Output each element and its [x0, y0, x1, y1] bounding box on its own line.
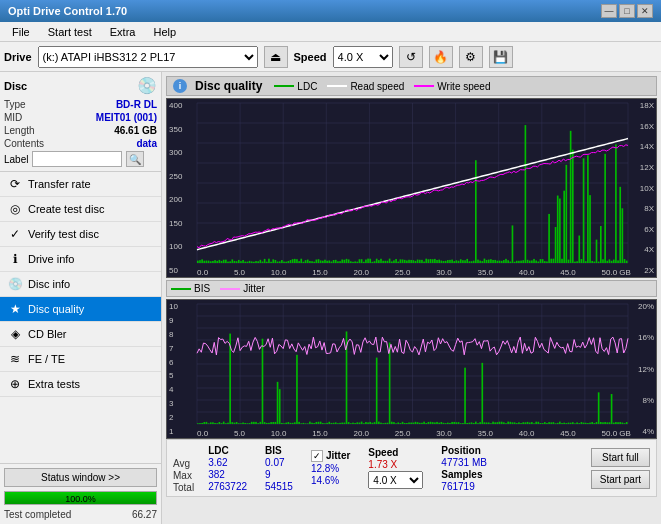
settings-button[interactable]: ⚙ [459, 46, 483, 68]
ldc-avg: 3.62 [208, 457, 247, 468]
status-window-button[interactable]: Status window >> [4, 468, 157, 487]
eject-button[interactable]: ⏏ [264, 46, 288, 68]
bis-total: 54515 [265, 481, 293, 492]
jitter-color [220, 288, 240, 290]
sidebar-item-fe-te[interactable]: ≋ FE / TE [0, 347, 161, 372]
sidebar-item-transfer-rate[interactable]: ⟳ Transfer rate [0, 172, 161, 197]
speed-select[interactable]: 4.0 X [333, 46, 393, 68]
bis-color [171, 288, 191, 290]
status-text: Test completed [4, 509, 71, 520]
disc-title: Disc [4, 80, 27, 92]
disc-header: Disc 💿 [4, 76, 157, 95]
position-stats: Position 47731 MB Samples 761719 [441, 445, 487, 492]
sidebar-item-extra-tests[interactable]: ⊕ Extra tests [0, 372, 161, 397]
status-right-value: 66.27 [132, 509, 157, 520]
bis-stats: BIS 0.07 9 54515 [265, 445, 293, 492]
top-chart: 40035030025020015010050 18X16X14X12X10X8… [166, 98, 657, 278]
speed-select-stat[interactable]: 4.0 X [368, 471, 423, 489]
ldc-stat-header: LDC [208, 445, 247, 456]
app-title: Opti Drive Control 1.70 [8, 5, 127, 17]
disc-contents-value: data [136, 138, 157, 149]
jitter-checkbox[interactable]: ✓ [311, 450, 323, 462]
burn-button[interactable]: 🔥 [429, 46, 453, 68]
progress-text: 100.0% [5, 492, 156, 505]
sidebar-item-label: CD Bler [28, 328, 67, 340]
disc-length-value: 46.61 GB [114, 125, 157, 136]
position-label: Position [441, 445, 487, 456]
sidebar-item-drive-info[interactable]: ℹ Drive info [0, 247, 161, 272]
main-content: Disc 💿 Type BD-R DL MID MEIT01 (001) Len… [0, 72, 661, 524]
start-part-button[interactable]: Start part [591, 470, 650, 489]
start-full-button[interactable]: Start full [591, 448, 650, 467]
write-speed-color [414, 85, 434, 87]
legend-write-speed: Write speed [414, 81, 490, 92]
save-button[interactable]: 💾 [489, 46, 513, 68]
legend-bis: BIS [171, 283, 210, 294]
jitter-avg: 12.8% [311, 463, 350, 474]
sidebar-item-disc-info[interactable]: 💿 Disc info [0, 272, 161, 297]
progress-bar: 100.0% [4, 491, 157, 505]
menu-file[interactable]: File [4, 24, 38, 40]
disc-mid-label: MID [4, 112, 22, 123]
sidebar-item-label: Disc info [28, 278, 70, 290]
max-label: Max [173, 470, 194, 481]
bis-max: 9 [265, 469, 293, 480]
drive-select[interactable]: (k:) ATAPI iHBS312 2 PL17 [38, 46, 258, 68]
stats-row: Avg Max Total LDC 3.62 382 2763722 BIS 0… [166, 439, 657, 497]
read-speed-color [327, 85, 347, 87]
legend-write-speed-label: Write speed [437, 81, 490, 92]
right-panel: i Disc quality LDC Read speed Write spee… [162, 72, 661, 524]
jitter-max: 14.6% [311, 475, 350, 486]
sidebar-item-create-test-disc[interactable]: ◎ Create test disc [0, 197, 161, 222]
sidebar-item-label: FE / TE [28, 353, 65, 365]
ldc-color [274, 85, 294, 87]
disc-type-row: Type BD-R DL [4, 99, 157, 110]
total-label: Total [173, 482, 194, 493]
create-test-disc-icon: ◎ [8, 202, 22, 216]
legend-jitter: Jitter [220, 283, 265, 294]
chart-title: Disc quality [195, 79, 262, 93]
position-value: 47731 MB [441, 457, 487, 468]
disc-quality-icon: ★ [8, 302, 22, 316]
speed-label: Speed [294, 51, 327, 63]
action-buttons: Start full Start part [591, 448, 650, 489]
menu-start-test[interactable]: Start test [40, 24, 100, 40]
menu-help[interactable]: Help [145, 24, 184, 40]
drive-info-icon: ℹ [8, 252, 22, 266]
avg-label: Avg [173, 458, 194, 469]
disc-mid-value: MEIT01 (001) [96, 112, 157, 123]
legend-jitter-label: Jitter [243, 283, 265, 294]
top-chart-canvas [167, 99, 656, 277]
drive-bar: Drive (k:) ATAPI iHBS312 2 PL17 ⏏ Speed … [0, 42, 661, 72]
ldc-max: 382 [208, 469, 247, 480]
disc-section: Disc 💿 Type BD-R DL MID MEIT01 (001) Len… [0, 72, 161, 172]
disc-label-row: Label 🔍 [4, 151, 157, 167]
sidebar-item-label: Transfer rate [28, 178, 91, 190]
sidebar-item-cd-bler[interactable]: ◈ CD Bler [0, 322, 161, 347]
disc-mid-row: MID MEIT01 (001) [4, 112, 157, 123]
disc-label-label: Label [4, 154, 28, 165]
refresh-button[interactable]: ↺ [399, 46, 423, 68]
sidebar-item-disc-quality[interactable]: ★ Disc quality [0, 297, 161, 322]
speed-stat-header: Speed [368, 447, 423, 458]
sidebar-item-verify-test-disc[interactable]: ✓ Verify test disc [0, 222, 161, 247]
jitter-check: ✓ Jitter [311, 450, 350, 462]
bottom-chart-canvas [167, 300, 656, 438]
sidebar-item-label: Create test disc [28, 203, 104, 215]
menu-extra[interactable]: Extra [102, 24, 144, 40]
legend-bis-label: BIS [194, 283, 210, 294]
samples-value: 761719 [441, 481, 487, 492]
drive-label: Drive [4, 51, 32, 63]
disc-label-button[interactable]: 🔍 [126, 151, 144, 167]
maximize-button[interactable]: □ [619, 4, 635, 18]
minimize-button[interactable]: — [601, 4, 617, 18]
close-button[interactable]: ✕ [637, 4, 653, 18]
speed-value: 1.73 X [368, 459, 423, 470]
disc-length-label: Length [4, 125, 35, 136]
disc-length-row: Length 46.61 GB [4, 125, 157, 136]
sidebar-item-label: Drive info [28, 253, 74, 265]
samples-label: Samples [441, 469, 487, 480]
sidebar-item-label: Extra tests [28, 378, 80, 390]
disc-contents-row: Contents data [4, 138, 157, 149]
disc-label-input[interactable] [32, 151, 122, 167]
